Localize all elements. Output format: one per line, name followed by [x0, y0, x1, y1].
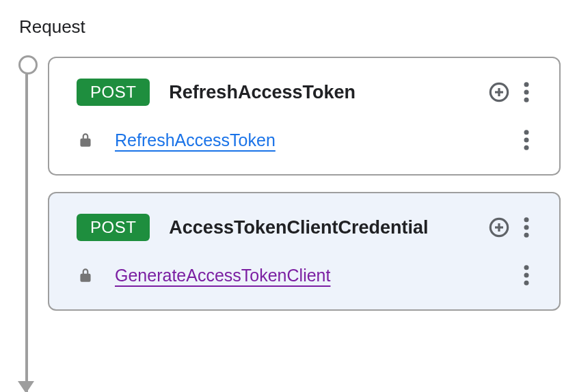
kebab-icon	[524, 265, 529, 285]
kebab-icon	[524, 217, 529, 238]
svg-point-6	[524, 130, 529, 135]
more-menu-button[interactable]	[513, 79, 540, 106]
http-method-badge: POST	[77, 214, 150, 241]
step-policy-link[interactable]: RefreshAccessToken	[115, 130, 513, 150]
add-button[interactable]	[485, 79, 513, 106]
flow-end-arrow	[18, 381, 34, 392]
policy-more-menu-button[interactable]	[513, 262, 540, 289]
svg-point-3	[524, 82, 529, 87]
lock-icon	[77, 266, 94, 284]
svg-point-7	[524, 138, 529, 143]
plus-circle-icon	[488, 216, 510, 238]
flow-step-card[interactable]: POST RefreshAccessToken RefreshAccessTok…	[48, 57, 561, 176]
step-policy-link[interactable]: GenerateAccessTokenClient	[115, 266, 513, 285]
svg-point-14	[524, 233, 529, 238]
svg-point-4	[524, 90, 529, 95]
svg-point-16	[524, 273, 529, 278]
kebab-icon	[524, 130, 529, 150]
more-menu-button[interactable]	[513, 214, 540, 241]
add-button[interactable]	[485, 214, 513, 241]
page-title: Request	[19, 16, 561, 38]
flow-timeline	[25, 60, 28, 392]
flow-start-node	[18, 55, 38, 74]
lock-icon	[77, 131, 94, 149]
flow-step-card[interactable]: POST AccessTokenClientCredential Generat…	[48, 192, 561, 311]
policy-more-menu-button[interactable]	[513, 126, 540, 154]
svg-point-5	[524, 98, 529, 102]
http-method-badge: POST	[77, 79, 150, 106]
step-name: RefreshAccessToken	[169, 82, 485, 103]
svg-point-12	[524, 217, 529, 222]
step-name: AccessTokenClientCredential	[169, 217, 485, 238]
svg-point-17	[524, 281, 529, 285]
plus-circle-icon	[488, 81, 510, 103]
svg-point-8	[524, 145, 529, 150]
kebab-icon	[524, 82, 529, 102]
svg-point-15	[524, 265, 529, 270]
svg-point-13	[524, 225, 529, 230]
